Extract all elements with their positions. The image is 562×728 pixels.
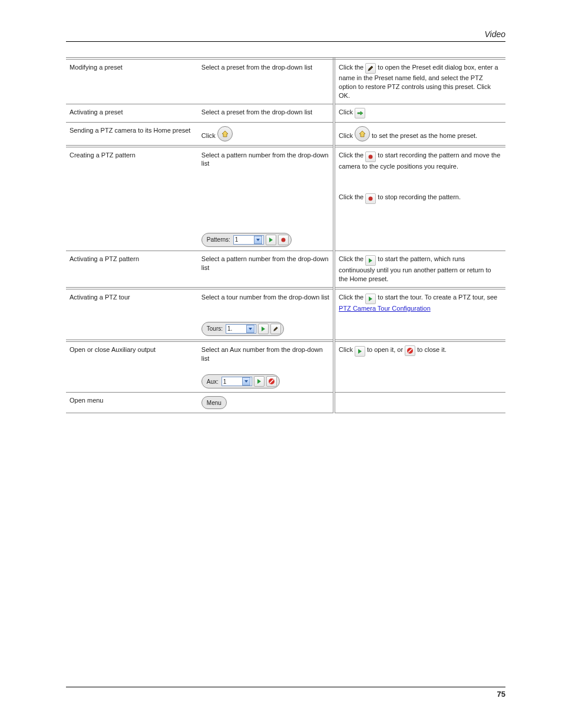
edit-icon[interactable] bbox=[365, 63, 376, 74]
cell-desc: Click the to start the pattern, which ru… bbox=[334, 251, 505, 288]
page: Video Modifying a preset Select a preset… bbox=[0, 0, 562, 728]
text: Select a tour number from the drop-down … bbox=[201, 293, 329, 302]
stop-icon[interactable] bbox=[266, 376, 277, 387]
chevron-down-icon[interactable] bbox=[246, 325, 254, 333]
text: to set the preset as the home preset. bbox=[372, 132, 477, 139]
text: 1 bbox=[223, 378, 242, 386]
cell-ui: Select a pattern number from the drop-do… bbox=[198, 251, 334, 288]
text: Select an Aux number from the drop-down … bbox=[201, 345, 329, 363]
record-icon[interactable] bbox=[278, 235, 289, 245]
cell-desc: Click the to open the Preset edit dialog… bbox=[334, 58, 505, 104]
cell-ui: Select a pattern number from the drop-do… bbox=[198, 146, 334, 251]
text: Click the bbox=[339, 255, 365, 262]
svg-point-1 bbox=[369, 154, 373, 159]
stop-icon[interactable] bbox=[405, 345, 415, 356]
cell-action: Open menu bbox=[66, 393, 198, 413]
text: Open menu bbox=[70, 397, 103, 404]
text: Select a pattern number from the drop-do… bbox=[201, 151, 329, 169]
text: Select a preset from the drop-down list bbox=[201, 108, 312, 116]
cell-action: Activating a PTZ pattern bbox=[66, 251, 198, 288]
patterns-label: Patterns: bbox=[207, 236, 230, 244]
patterns-select[interactable]: 1 bbox=[233, 235, 264, 245]
cell-action: Activating a PTZ tour bbox=[66, 288, 198, 341]
arrow-right-icon[interactable] bbox=[355, 108, 365, 118]
text: to open it, or bbox=[367, 346, 405, 353]
play-icon[interactable] bbox=[365, 255, 376, 266]
cell-desc: Click to open it, or to close it. bbox=[334, 341, 505, 393]
aux-label: Aux: bbox=[207, 378, 219, 386]
page-header: Video bbox=[66, 29, 505, 42]
cell-action: Open or close Auxiliary output bbox=[66, 341, 198, 393]
text: to stop recording the pattern. bbox=[378, 193, 461, 200]
cell-desc: Click the to start recording the pattern… bbox=[334, 146, 505, 251]
chevron-down-icon[interactable] bbox=[242, 377, 250, 386]
cell-desc: Click bbox=[334, 104, 505, 122]
svg-point-0 bbox=[281, 238, 285, 242]
cell-ui: Click bbox=[198, 122, 334, 146]
record-icon[interactable] bbox=[365, 193, 376, 204]
cell-action: Activating a preset bbox=[66, 104, 198, 122]
cell-desc bbox=[334, 393, 505, 413]
text: Modifying a preset bbox=[70, 64, 123, 71]
text: Click bbox=[339, 108, 355, 116]
text: Activating a PTZ tour bbox=[70, 294, 130, 301]
chevron-down-icon[interactable] bbox=[254, 236, 262, 244]
play-icon[interactable] bbox=[365, 294, 376, 304]
cell-ui: Select an Aux number from the drop-down … bbox=[198, 341, 334, 393]
home-button[interactable] bbox=[217, 126, 233, 141]
aux-control[interactable]: Aux: 1 bbox=[201, 374, 280, 388]
tours-label: Tours: bbox=[207, 325, 223, 333]
text: Click bbox=[339, 132, 355, 139]
text: Click the bbox=[339, 294, 365, 301]
text: Click bbox=[201, 132, 217, 139]
text: Activating a preset bbox=[70, 108, 123, 116]
text: Creating a PTZ pattern bbox=[70, 151, 135, 159]
cell-ui: Select a preset from the drop-down list bbox=[198, 58, 334, 104]
tours-select[interactable]: 1. bbox=[226, 324, 256, 334]
page-footer: 75 bbox=[66, 687, 505, 699]
text: 1 bbox=[235, 236, 254, 244]
text: Click the bbox=[339, 64, 365, 71]
home-button[interactable] bbox=[355, 126, 370, 141]
home-icon bbox=[221, 130, 229, 138]
play-icon[interactable] bbox=[266, 235, 276, 245]
play-icon[interactable] bbox=[258, 324, 269, 334]
cell-ui: Menu bbox=[198, 393, 334, 413]
cell-ui: Select a tour number from the drop-down … bbox=[198, 288, 334, 341]
home-icon bbox=[358, 130, 366, 138]
text: 1. bbox=[227, 325, 246, 333]
header-title: Video bbox=[484, 29, 505, 39]
play-icon[interactable] bbox=[254, 376, 265, 387]
text: Select a preset from the drop-down list bbox=[201, 64, 312, 71]
cell-action: Sending a PTZ camera to its Home preset bbox=[66, 122, 198, 146]
edit-icon[interactable] bbox=[270, 324, 281, 334]
text: Click the bbox=[339, 193, 365, 200]
play-icon[interactable] bbox=[355, 346, 365, 357]
cell-ui: Select a preset from the drop-down list bbox=[198, 104, 334, 122]
text: Click the bbox=[339, 151, 365, 159]
record-icon[interactable] bbox=[365, 151, 376, 162]
text: Open or close Auxiliary output bbox=[70, 346, 156, 353]
text: to close it. bbox=[417, 346, 447, 353]
text: Sending a PTZ camera to its Home preset bbox=[70, 127, 190, 134]
cell-desc: Click to set the preset as the home pres… bbox=[334, 122, 505, 146]
text: Click bbox=[339, 346, 355, 353]
text: Select a pattern number from the drop-do… bbox=[201, 255, 329, 271]
text: to start the tour. To create a PTZ tour,… bbox=[378, 294, 497, 301]
text: Activating a PTZ pattern bbox=[70, 255, 139, 262]
menu-button[interactable]: Menu bbox=[201, 396, 227, 409]
cell-action: Creating a PTZ pattern bbox=[66, 146, 198, 251]
cell-desc: Click the to start the tour. To create a… bbox=[334, 288, 505, 341]
page-number: 75 bbox=[497, 690, 505, 699]
ptz-tour-config-link[interactable]: PTZ Camera Tour Configuration bbox=[339, 305, 431, 312]
patterns-control[interactable]: Patterns: 1 bbox=[201, 233, 292, 247]
menu-label: Menu bbox=[207, 399, 222, 407]
aux-select[interactable]: 1 bbox=[222, 377, 252, 386]
ptz-reference-table: Modifying a preset Select a preset from … bbox=[66, 57, 505, 413]
cell-action: Modifying a preset bbox=[66, 58, 198, 104]
tours-control[interactable]: Tours: 1. bbox=[201, 322, 284, 336]
svg-point-2 bbox=[369, 197, 373, 201]
